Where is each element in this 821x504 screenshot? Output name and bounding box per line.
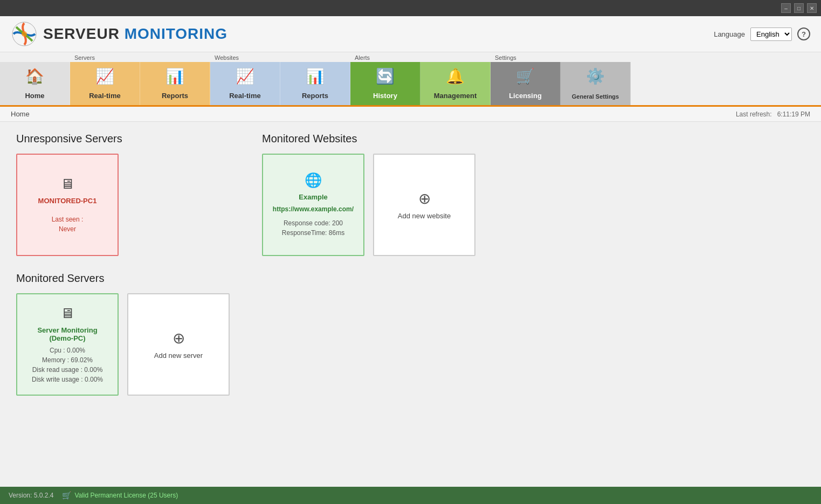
main-content: Unresponsive Servers 🖥 MONITORED-PC1 Las…	[0, 122, 821, 423]
logo-monitoring: MONITORING	[120, 25, 227, 42]
monitored-websites-grid: 🌐 Example https://www.example.com/ Respo…	[262, 154, 475, 256]
add-server-card[interactable]: ⊕ Add new server	[127, 293, 230, 396]
nav-item-alerts-history[interactable]: 🔄 History	[350, 62, 420, 105]
monitored-servers-title: Monitored Servers	[16, 272, 230, 285]
settings-gen-icon: ⚙️	[586, 67, 605, 85]
nav-group-servers: Servers 📈 Real-time 📊 Reports	[70, 52, 210, 105]
nav-bar: 🏠 Home Servers 📈 Real-time 📊 Reports Web…	[0, 52, 821, 107]
add-server-label: Add new server	[154, 351, 203, 360]
web-rt-icon: 📈	[236, 67, 254, 85]
nav-item-web-realtime[interactable]: 📈 Real-time	[210, 62, 280, 105]
nav-home-label: Home	[25, 92, 44, 100]
alerts-mgmt-icon: 🔔	[446, 67, 465, 85]
server-ok-stats: Cpu : 0.00% Memory : 69.02% Disk read us…	[32, 346, 103, 384]
logo: SERVEUR MONITORING	[11, 20, 227, 47]
last-refresh-time: 6:11:19 PM	[777, 111, 810, 118]
maximize-button[interactable]: □	[794, 3, 804, 13]
nav-item-settings-general[interactable]: ⚙️ General Settings	[561, 62, 631, 105]
add-website-icon: ⊕	[418, 190, 431, 208]
website-ok-stats: Response code: 200 ResponseTime: 86ms	[282, 218, 344, 238]
logo-serveur: SERVEUR	[43, 25, 120, 42]
nav-web-rt-label: Real-time	[229, 92, 261, 100]
col-left: Unresponsive Servers 🖥 MONITORED-PC1 Las…	[16, 133, 230, 412]
nav-group-websites: Websites 📈 Real-time 📊 Reports	[210, 52, 350, 105]
add-server-icon: ⊕	[173, 329, 185, 347]
nav-group-home: 🏠 Home	[0, 52, 70, 105]
servers-rt-icon: 📈	[95, 67, 114, 85]
nav-item-web-reports[interactable]: 📊 Reports	[280, 62, 350, 105]
nav-group-settings: Settings 🛒 Licensing ⚙️ General Settings	[491, 52, 631, 105]
last-refresh: Last refresh: 6:11:19 PM	[736, 111, 810, 118]
website-ok-name: Example	[299, 193, 327, 201]
server-ok-icon: 🖥	[60, 305, 74, 322]
minimize-button[interactable]: –	[781, 3, 791, 13]
header-right: Language English ?	[714, 27, 810, 41]
nav-servers-rep-label: Reports	[162, 92, 188, 100]
footer-license: 🛒 Valid Permanent License (25 Users)	[62, 491, 178, 500]
nav-web-rep-label: Reports	[302, 92, 328, 100]
title-bar: – □ ✕	[0, 0, 821, 16]
logo-text: SERVEUR MONITORING	[43, 25, 227, 43]
last-refresh-label: Last refresh:	[736, 111, 772, 118]
settings-lic-icon: 🛒	[516, 67, 535, 85]
nav-servers-rt-label: Real-time	[89, 92, 121, 100]
server-unresponsive-name: MONITORED-PC1	[38, 197, 97, 205]
footer: Version: 5.0.2.4 🛒 Valid Permanent Licen…	[0, 487, 821, 504]
footer-cart-icon: 🛒	[62, 491, 71, 500]
footer-license-text: Valid Permanent License (25 Users)	[74, 492, 178, 499]
nav-settings-lic-label: Licensing	[509, 92, 542, 100]
nav-group-alerts: Alerts 🔄 History 🔔 Management	[350, 52, 491, 105]
header: SERVEUR MONITORING Language English ?	[0, 16, 821, 52]
monitored-server-card[interactable]: 🖥 Server Monitoring (Demo-PC) Cpu : 0.00…	[16, 293, 119, 396]
breadcrumb: Home	[11, 110, 30, 118]
servers-rep-icon: 📊	[165, 67, 184, 85]
nav-alerts-mgmt-label: Management	[434, 92, 477, 100]
content-area: Home Last refresh: 6:11:19 PM Unresponsi…	[0, 107, 821, 487]
web-rep-icon: 📊	[306, 67, 325, 85]
server-unresponsive-icon: 🖥	[60, 176, 74, 192]
add-website-label: Add new website	[398, 212, 451, 220]
nav-item-home[interactable]: 🏠 Home	[0, 62, 70, 105]
home-icon: 🏠	[25, 67, 44, 85]
nav-group-home-label	[0, 52, 70, 62]
server-ok-name: Server Monitoring (Demo-PC)	[26, 326, 109, 342]
nav-item-servers-realtime[interactable]: 📈 Real-time	[70, 62, 140, 105]
two-col-layout: Unresponsive Servers 🖥 MONITORED-PC1 Las…	[16, 133, 805, 412]
website-ok-icon: 🌐	[305, 172, 322, 189]
close-button[interactable]: ✕	[807, 3, 817, 13]
nav-item-settings-licensing[interactable]: 🛒 Licensing	[491, 62, 561, 105]
nav-group-alerts-label: Alerts	[350, 52, 491, 62]
footer-version: Version: 5.0.2.4	[9, 492, 53, 499]
add-website-card[interactable]: ⊕ Add new website	[373, 154, 475, 256]
breadcrumb-bar: Home Last refresh: 6:11:19 PM	[0, 107, 821, 122]
website-ok-url: https://www.example.com/	[273, 204, 354, 214]
unresponsive-servers-grid: 🖥 MONITORED-PC1 Last seen : Never	[16, 154, 230, 256]
nav-item-alerts-management[interactable]: 🔔 Management	[420, 62, 491, 105]
unresponsive-server-card[interactable]: 🖥 MONITORED-PC1 Last seen : Never	[16, 154, 119, 256]
col-right: Monitored Websites 🌐 Example https://www…	[262, 133, 475, 412]
help-button[interactable]: ?	[797, 27, 810, 40]
nav-alerts-hist-label: History	[373, 92, 397, 100]
logo-icon	[11, 20, 38, 47]
monitored-website-card[interactable]: 🌐 Example https://www.example.com/ Respo…	[262, 154, 364, 256]
monitored-servers-grid: 🖥 Server Monitoring (Demo-PC) Cpu : 0.00…	[16, 293, 230, 396]
monitored-websites-title: Monitored Websites	[262, 133, 475, 145]
nav-group-settings-label: Settings	[491, 52, 631, 62]
nav-settings-gen-label: General Settings	[572, 93, 619, 100]
nav-group-servers-label: Servers	[70, 52, 210, 62]
server-unresponsive-lastseen: Last seen : Never	[52, 215, 84, 234]
nav-item-servers-reports[interactable]: 📊 Reports	[140, 62, 210, 105]
unresponsive-servers-title: Unresponsive Servers	[16, 133, 230, 145]
language-label: Language	[714, 30, 745, 38]
language-select[interactable]: English	[750, 27, 792, 41]
nav-group-websites-label: Websites	[210, 52, 350, 62]
alerts-hist-icon: 🔄	[376, 67, 395, 85]
svg-point-1	[22, 31, 27, 37]
